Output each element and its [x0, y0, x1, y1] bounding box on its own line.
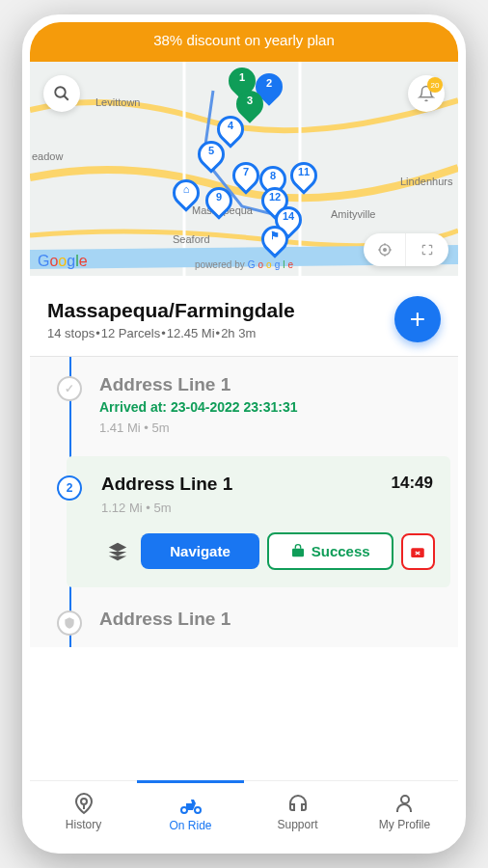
map-label: Lindenhurs — [400, 176, 452, 187]
powered-by: powered by Google — [195, 259, 293, 270]
svg-point-1 — [55, 87, 66, 97]
crosshair-icon — [377, 242, 393, 258]
layers-button[interactable] — [101, 534, 133, 569]
stop-row-current[interactable]: 2 Address Line 1 14:49 1.12 Mi • 5m Navi… — [67, 456, 450, 587]
scooter-icon — [179, 793, 203, 816]
route-title: Massapequa/Farmingdale — [47, 299, 295, 322]
tab-profile[interactable]: My Profile — [351, 781, 458, 846]
fullscreen-button[interactable] — [406, 233, 448, 266]
stop-title: Address Line 1 — [101, 474, 435, 495]
layers-icon — [107, 541, 128, 562]
package-icon — [290, 544, 306, 559]
expand-icon — [420, 243, 434, 257]
fail-button[interactable] — [401, 533, 435, 570]
google-logo: Google — [38, 253, 88, 270]
notification-badge: 20 — [427, 77, 443, 93]
svg-point-6 — [81, 799, 87, 804]
stop-marker-shield — [57, 610, 82, 636]
headset-icon — [286, 792, 310, 815]
map-label: Levittown — [95, 96, 140, 108]
profile-icon — [393, 792, 417, 815]
add-stop-button[interactable]: + — [394, 296, 441, 342]
shield-icon — [63, 616, 76, 630]
svg-point-8 — [195, 807, 201, 813]
tab-history[interactable]: History — [30, 781, 137, 846]
svg-rect-4 — [292, 548, 304, 556]
map-label: eadow — [32, 150, 63, 162]
package-x-icon — [409, 543, 426, 560]
map-label: Seaford — [173, 233, 210, 245]
stop-meta: 1.12 Mi • 5m — [101, 501, 435, 515]
stop-eta: 14:49 — [392, 474, 433, 493]
stop-title: Address Line 1 — [99, 374, 443, 395]
stop-row[interactable]: ✓ Address Line 1 Arrived at: 23-04-2022 … — [59, 357, 458, 452]
route-stats: 14 stops • 12 Parcels • 12.45 Mi • 2h 3m — [47, 326, 295, 340]
tab-support[interactable]: Support — [244, 781, 351, 846]
route-header: Massapequa/Farmingdale 14 stops • 12 Par… — [30, 281, 458, 356]
stop-marker-done: ✓ — [57, 376, 82, 401]
success-button[interactable]: Success — [267, 532, 393, 570]
svg-point-7 — [181, 807, 187, 813]
stop-row[interactable]: Address Line 1 — [59, 591, 458, 647]
stop-arrived: Arrived at: 23-04-2022 23:31:31 — [99, 399, 443, 415]
notification-button[interactable]: 20 — [408, 75, 445, 112]
map-search-button[interactable] — [43, 75, 80, 112]
history-icon — [72, 792, 95, 815]
search-icon — [53, 85, 70, 102]
map[interactable]: Levittown eadow Massapequa Seaford Amity… — [30, 62, 458, 276]
navigate-button[interactable]: Navigate — [141, 533, 259, 569]
tab-bar: History On Ride Support My Profile — [30, 780, 458, 846]
svg-point-3 — [383, 249, 386, 252]
locate-button[interactable] — [364, 233, 406, 266]
stop-title: Address Line 1 — [99, 609, 443, 630]
map-label: Amityville — [331, 208, 375, 220]
tab-on-ride[interactable]: On Ride — [137, 780, 244, 846]
stop-marker: 2 — [57, 475, 82, 501]
discount-banner[interactable]: 38% discount on yearly plan — [30, 22, 458, 62]
stop-meta: 1.41 Mi • 5m — [99, 420, 443, 435]
svg-point-9 — [401, 796, 409, 803]
